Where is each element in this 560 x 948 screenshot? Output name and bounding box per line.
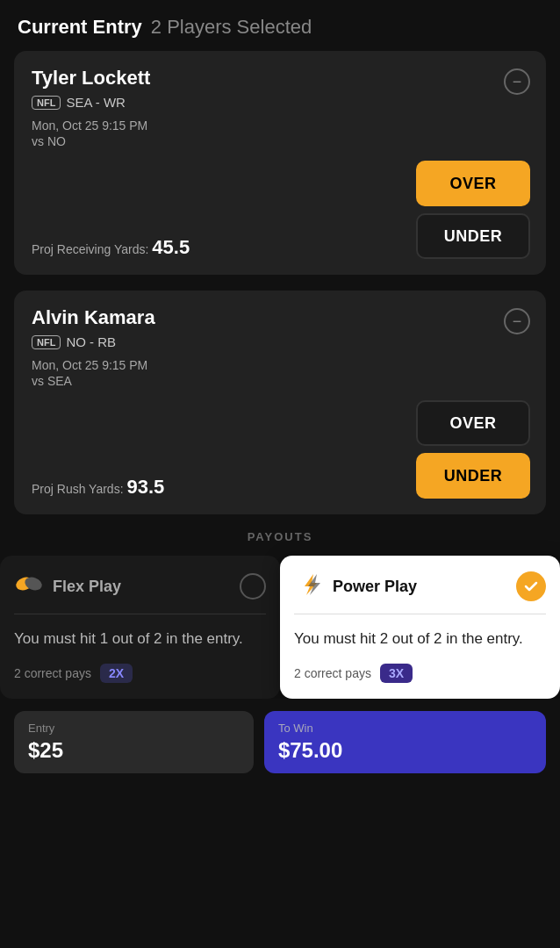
entry-label: Entry	[28, 722, 240, 735]
card-info-1: Alvin Kamara NFL NO - RB Mon, Oct 25 9:1…	[32, 306, 504, 390]
card-actions-0: OVER UNDER	[416, 161, 530, 259]
power-multiplier-badge: 3X	[380, 664, 413, 683]
play-cards-row: Flex Play You must hit 1 out of 2 in the…	[0, 556, 560, 699]
flex-play-icon	[14, 571, 46, 601]
card-info-0: Tyler Lockett NFL SEA - WR Mon, Oct 25 9…	[32, 67, 504, 150]
flex-pays-row: 2 correct pays 2X	[14, 664, 266, 683]
card-bottom-0: Proj Receiving Yards:45.5 OVER UNDER	[32, 161, 530, 259]
opponent-0: vs NO	[32, 134, 504, 148]
player-card-0: Tyler Lockett NFL SEA - WR Mon, Oct 25 9…	[14, 51, 546, 275]
to-win-box: To Win $75.00	[264, 711, 546, 773]
svg-marker-3	[308, 574, 320, 595]
flex-play-desc: You must hit 1 out of 2 in the entry.	[14, 628, 266, 650]
to-win-value: $75.00	[278, 738, 532, 763]
payouts-section-label: PAYOUTS	[0, 530, 560, 543]
power-pays-label: 2 correct pays	[294, 666, 371, 680]
league-badge-0: NFL	[32, 96, 61, 110]
game-time-1: Mon, Oct 25 9:15 PM	[32, 358, 504, 372]
remove-button-1[interactable]: −	[504, 308, 530, 334]
header-subtitle: 2 Players Selected	[151, 16, 312, 39]
entry-value[interactable]: $25	[28, 738, 240, 763]
power-play-check[interactable]	[516, 571, 546, 601]
game-time-0: Mon, Oct 25 9:15 PM	[32, 118, 504, 133]
bottom-bar: Entry $25 To Win $75.00	[0, 699, 560, 786]
player-name-0: Tyler Lockett	[32, 67, 504, 90]
under-button-1[interactable]: UNDER	[416, 453, 530, 499]
player-cards-container: Tyler Lockett NFL SEA - WR Mon, Oct 25 9…	[0, 51, 560, 514]
player-name-1: Alvin Kamara	[32, 306, 504, 329]
player-card-1: Alvin Kamara NFL NO - RB Mon, Oct 25 9:1…	[14, 291, 546, 514]
flex-pays-label: 2 correct pays	[14, 666, 91, 680]
power-play-header: Power Play	[294, 571, 546, 614]
header: Current Entry 2 Players Selected	[0, 0, 560, 51]
entry-box: Entry $25	[14, 711, 254, 773]
proj-line-0: Proj Receiving Yards:45.5	[32, 236, 190, 259]
player-meta-0: NFL SEA - WR	[32, 95, 504, 110]
flex-multiplier-badge: 2X	[100, 664, 133, 683]
player-meta-1: NFL NO - RB	[32, 334, 504, 349]
power-pays-row: 2 correct pays 3X	[294, 664, 546, 683]
league-badge-1: NFL	[32, 335, 61, 349]
player-pos-0: SEA - WR	[66, 95, 126, 110]
over-button-1[interactable]: OVER	[416, 400, 530, 446]
to-win-label: To Win	[278, 722, 532, 735]
power-play-desc: You must hit 2 out of 2 in the entry.	[294, 628, 546, 650]
card-actions-1: OVER UNDER	[416, 400, 530, 499]
power-play-icon-group: Power Play	[294, 572, 417, 600]
card-top-0: Tyler Lockett NFL SEA - WR Mon, Oct 25 9…	[32, 67, 530, 150]
flex-play-header: Flex Play	[14, 571, 266, 614]
flex-play-radio[interactable]	[240, 573, 266, 600]
remove-button-0[interactable]: −	[504, 68, 530, 95]
flex-play-title: Flex Play	[53, 578, 121, 596]
header-title: Current Entry	[18, 16, 142, 39]
opponent-1: vs SEA	[32, 374, 504, 388]
power-play-icon	[294, 572, 326, 600]
under-button-0[interactable]: UNDER	[416, 213, 530, 259]
proj-line-1: Proj Rush Yards:93.5	[32, 476, 164, 499]
player-pos-1: NO - RB	[66, 334, 116, 349]
card-bottom-1: Proj Rush Yards:93.5 OVER UNDER	[32, 400, 530, 499]
flex-play-icon-group: Flex Play	[14, 571, 121, 601]
power-play-card[interactable]: Power Play You must hit 2 out of 2 in th…	[280, 556, 560, 699]
flex-play-card[interactable]: Flex Play You must hit 1 out of 2 in the…	[0, 556, 280, 699]
power-play-title: Power Play	[333, 578, 417, 596]
over-button-0[interactable]: OVER	[416, 161, 530, 206]
card-top-1: Alvin Kamara NFL NO - RB Mon, Oct 25 9:1…	[32, 306, 530, 390]
